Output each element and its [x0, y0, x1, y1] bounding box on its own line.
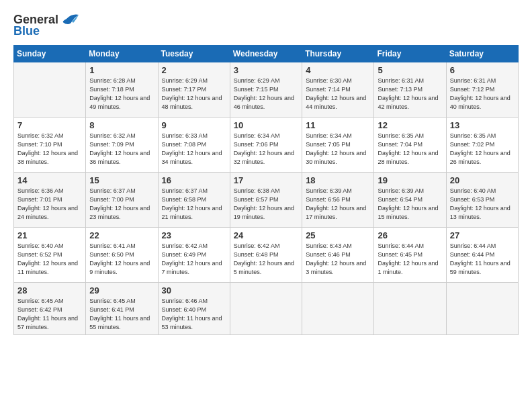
calendar-cell: 12Sunrise: 6:35 AMSunset: 7:04 PMDayligh… [374, 118, 446, 173]
day-number: 3 [234, 65, 299, 75]
day-number: 30 [162, 285, 227, 295]
day-number: 18 [306, 175, 371, 185]
day-info: Sunrise: 6:37 AMSunset: 7:00 PMDaylight:… [89, 187, 154, 222]
day-info: Sunrise: 6:38 AMSunset: 6:57 PMDaylight:… [234, 187, 299, 222]
calendar-cell [374, 283, 446, 335]
day-info: Sunrise: 6:45 AMSunset: 6:41 PMDaylight:… [89, 297, 154, 332]
day-info: Sunrise: 6:31 AMSunset: 7:12 PMDaylight:… [450, 77, 515, 111]
calendar-cell: 9Sunrise: 6:33 AMSunset: 7:08 PMDaylight… [158, 118, 230, 173]
calendar-cell: 29Sunrise: 6:45 AMSunset: 6:41 PMDayligh… [86, 283, 158, 335]
week-row-2: 7Sunrise: 6:32 AMSunset: 7:10 PMDaylight… [14, 118, 519, 173]
day-info: Sunrise: 6:37 AMSunset: 6:58 PMDaylight:… [162, 187, 227, 222]
day-number: 20 [450, 175, 515, 185]
day-info: Sunrise: 6:40 AMSunset: 6:53 PMDaylight:… [450, 187, 515, 222]
calendar-cell: 28Sunrise: 6:45 AMSunset: 6:42 PMDayligh… [14, 283, 86, 335]
day-info: Sunrise: 6:42 AMSunset: 6:49 PMDaylight:… [162, 242, 227, 277]
day-number: 1 [89, 65, 154, 75]
calendar-cell: 10Sunrise: 6:34 AMSunset: 7:06 PMDayligh… [230, 118, 302, 173]
calendar-cell: 26Sunrise: 6:44 AMSunset: 6:45 PMDayligh… [374, 228, 446, 283]
day-number: 27 [450, 230, 515, 240]
day-info: Sunrise: 6:34 AMSunset: 7:05 PMDaylight:… [306, 132, 371, 167]
calendar-cell: 11Sunrise: 6:34 AMSunset: 7:05 PMDayligh… [302, 118, 374, 173]
column-header-monday: Monday [86, 46, 158, 62]
day-info: Sunrise: 6:32 AMSunset: 7:09 PMDaylight:… [89, 132, 154, 167]
day-info: Sunrise: 6:35 AMSunset: 7:02 PMDaylight:… [450, 132, 515, 167]
column-header-thursday: Thursday [302, 46, 374, 62]
column-header-sunday: Sunday [14, 46, 86, 62]
day-info: Sunrise: 6:31 AMSunset: 7:13 PMDaylight:… [378, 77, 443, 111]
day-number: 26 [378, 230, 443, 240]
calendar-cell: 3Sunrise: 6:29 AMSunset: 7:15 PMDaylight… [230, 62, 302, 118]
day-info: Sunrise: 6:39 AMSunset: 6:56 PMDaylight:… [306, 187, 371, 222]
week-row-4: 21Sunrise: 6:40 AMSunset: 6:52 PMDayligh… [14, 228, 519, 283]
day-number: 5 [378, 65, 443, 75]
calendar-cell [302, 283, 374, 335]
day-info: Sunrise: 6:44 AMSunset: 6:44 PMDaylight:… [450, 242, 515, 277]
day-info: Sunrise: 6:30 AMSunset: 7:14 PMDaylight:… [306, 77, 371, 111]
header-row: SundayMondayTuesdayWednesdayThursdayFrid… [14, 46, 519, 62]
calendar-cell: 19Sunrise: 6:39 AMSunset: 6:54 PMDayligh… [374, 173, 446, 228]
day-number: 16 [162, 175, 227, 185]
column-header-friday: Friday [374, 46, 446, 62]
column-header-wednesday: Wednesday [230, 46, 302, 62]
calendar-cell: 14Sunrise: 6:36 AMSunset: 7:01 PMDayligh… [14, 173, 86, 228]
calendar-cell: 20Sunrise: 6:40 AMSunset: 6:53 PMDayligh… [446, 173, 518, 228]
day-number: 14 [17, 175, 83, 185]
day-number: 29 [89, 285, 154, 295]
calendar-cell: 17Sunrise: 6:38 AMSunset: 6:57 PMDayligh… [230, 173, 302, 228]
calendar-cell: 1Sunrise: 6:28 AMSunset: 7:18 PMDaylight… [86, 62, 158, 118]
day-info: Sunrise: 6:42 AMSunset: 6:48 PMDaylight:… [234, 242, 299, 277]
calendar-table: SundayMondayTuesdayWednesdayThursdayFrid… [13, 45, 519, 335]
day-info: Sunrise: 6:29 AMSunset: 7:17 PMDaylight:… [162, 77, 227, 111]
calendar-cell [446, 283, 518, 335]
day-number: 25 [306, 230, 371, 240]
day-number: 28 [17, 285, 83, 295]
calendar-cell: 7Sunrise: 6:32 AMSunset: 7:10 PMDaylight… [14, 118, 86, 173]
calendar-cell: 23Sunrise: 6:42 AMSunset: 6:49 PMDayligh… [158, 228, 230, 283]
day-info: Sunrise: 6:39 AMSunset: 6:54 PMDaylight:… [378, 187, 443, 222]
calendar-cell [14, 62, 86, 118]
calendar-cell: 25Sunrise: 6:43 AMSunset: 6:46 PMDayligh… [302, 228, 374, 283]
day-number: 17 [234, 175, 299, 185]
page: General Blue SundayMondayTuesdayWednesda… [0, 0, 532, 411]
day-info: Sunrise: 6:40 AMSunset: 6:52 PMDaylight:… [17, 242, 83, 277]
calendar-cell: 24Sunrise: 6:42 AMSunset: 6:48 PMDayligh… [230, 228, 302, 283]
logo-bird-icon [60, 12, 80, 27]
logo-blue: Blue [13, 24, 40, 38]
calendar-cell: 4Sunrise: 6:30 AMSunset: 7:14 PMDaylight… [302, 62, 374, 118]
column-header-tuesday: Tuesday [158, 46, 230, 62]
day-info: Sunrise: 6:32 AMSunset: 7:10 PMDaylight:… [17, 132, 83, 167]
day-number: 9 [162, 120, 227, 130]
day-number: 21 [17, 230, 83, 240]
calendar-cell: 16Sunrise: 6:37 AMSunset: 6:58 PMDayligh… [158, 173, 230, 228]
calendar-cell: 13Sunrise: 6:35 AMSunset: 7:02 PMDayligh… [446, 118, 518, 173]
day-number: 2 [162, 65, 227, 75]
day-number: 22 [89, 230, 154, 240]
calendar-cell: 30Sunrise: 6:46 AMSunset: 6:40 PMDayligh… [158, 283, 230, 335]
week-row-1: 1Sunrise: 6:28 AMSunset: 7:18 PMDaylight… [14, 62, 519, 118]
header: General Blue [13, 12, 519, 38]
week-row-5: 28Sunrise: 6:45 AMSunset: 6:42 PMDayligh… [14, 283, 519, 335]
day-info: Sunrise: 6:45 AMSunset: 6:42 PMDaylight:… [17, 297, 83, 332]
day-number: 7 [17, 120, 83, 130]
day-number: 13 [450, 120, 515, 130]
day-info: Sunrise: 6:43 AMSunset: 6:46 PMDaylight:… [306, 242, 371, 277]
day-number: 10 [234, 120, 299, 130]
week-row-3: 14Sunrise: 6:36 AMSunset: 7:01 PMDayligh… [14, 173, 519, 228]
day-number: 24 [234, 230, 299, 240]
logo: General Blue [13, 12, 80, 38]
day-info: Sunrise: 6:35 AMSunset: 7:04 PMDaylight:… [378, 132, 443, 167]
calendar-cell: 8Sunrise: 6:32 AMSunset: 7:09 PMDaylight… [86, 118, 158, 173]
day-info: Sunrise: 6:46 AMSunset: 6:40 PMDaylight:… [162, 297, 227, 332]
calendar-cell: 18Sunrise: 6:39 AMSunset: 6:56 PMDayligh… [302, 173, 374, 228]
calendar-cell [230, 283, 302, 335]
day-info: Sunrise: 6:28 AMSunset: 7:18 PMDaylight:… [89, 77, 154, 111]
calendar-cell: 15Sunrise: 6:37 AMSunset: 7:00 PMDayligh… [86, 173, 158, 228]
day-info: Sunrise: 6:44 AMSunset: 6:45 PMDaylight:… [378, 242, 443, 277]
day-info: Sunrise: 6:34 AMSunset: 7:06 PMDaylight:… [234, 132, 299, 167]
column-header-saturday: Saturday [446, 46, 518, 62]
calendar-cell: 5Sunrise: 6:31 AMSunset: 7:13 PMDaylight… [374, 62, 446, 118]
day-number: 15 [89, 175, 154, 185]
day-number: 6 [450, 65, 515, 75]
calendar-cell: 22Sunrise: 6:41 AMSunset: 6:50 PMDayligh… [86, 228, 158, 283]
